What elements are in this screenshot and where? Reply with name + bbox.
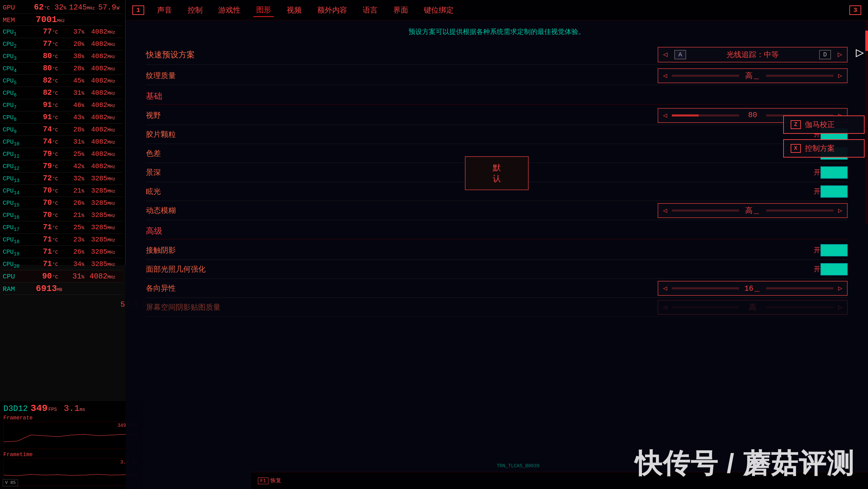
texture-arrow-left[interactable]: ◁	[658, 71, 672, 80]
texture-control: ◁ 高＿ ▷	[234, 68, 848, 83]
ssgiy-row: 面部光照几何强化 开	[146, 260, 848, 279]
cpu-13-row: CPU13 72 °C 32 % 3285 MHz	[3, 173, 122, 185]
texture-arrow-right[interactable]: ▷	[833, 71, 847, 80]
fov-value: 80	[739, 111, 766, 120]
ssgiy-label: 面部光照几何强化	[146, 264, 234, 274]
ram-val: 6913	[30, 283, 57, 295]
tab-video[interactable]: 视频	[284, 4, 304, 17]
cpu-rows-container: CPU1 77 °C 37 % 4082 MHz CPU2 77 °C 20 %…	[3, 26, 122, 270]
tab-language[interactable]: 语言	[360, 4, 380, 17]
cpu-9-row: CPU9 74 °C 28 % 4082 MHz	[3, 124, 122, 136]
gamma-button[interactable]: Z 伽马校正	[783, 115, 865, 134]
tab-interface[interactable]: 界面	[391, 4, 411, 17]
aniso-arrow-left[interactable]: ◁	[658, 284, 672, 292]
ssgiy-toggle[interactable]	[820, 263, 848, 275]
motion-blur-arrow-right[interactable]: ▷	[833, 206, 847, 215]
motion-blur-value: 高＿	[739, 205, 766, 216]
default-button[interactable]: 默认	[465, 156, 529, 190]
preset-value: 光线追踪：中等	[686, 50, 819, 60]
motion-blur-label: 动态模糊	[146, 205, 234, 216]
frametime-chart: 3.1 ms	[3, 458, 139, 486]
preset-key-d: D	[819, 50, 831, 59]
mem-unit: MHz	[57, 15, 65, 27]
fov-arrow-left[interactable]: ◁	[658, 111, 672, 120]
scrollbar-thumb[interactable]	[865, 31, 868, 51]
ram-label: RAM	[3, 283, 30, 295]
preset-label: 快速预设方案	[146, 49, 234, 60]
screen-space-label: 屏幕空间阴影贴图质量	[146, 302, 234, 312]
tab-gameplay[interactable]: 游戏性	[215, 4, 243, 17]
watermark: 快传号 / 蘑菇评测	[635, 446, 854, 482]
motion-blur-arrow-left[interactable]: ◁	[658, 206, 672, 215]
gpu-freq: 1245	[69, 2, 87, 14]
footer-f1-key: F1	[258, 477, 268, 484]
cpu-total-temp: 90	[30, 270, 52, 283]
tab-control[interactable]: 控制	[185, 4, 205, 17]
contact-shadow-row: 接触阴影 开	[146, 241, 848, 260]
cpu-total-freq: 4082	[87, 271, 107, 283]
gpu-watt: 57.9	[98, 2, 116, 14]
contact-shadow-toggle[interactable]	[820, 244, 848, 256]
cpu-total-pct: 31	[64, 271, 81, 283]
fov-label: 视野	[146, 110, 234, 121]
fps-value: 349	[31, 403, 48, 414]
cpu-6-row: CPU6 82 °C 31 % 4082 MHz	[3, 87, 122, 99]
gpu-pct-unit: %	[63, 2, 66, 14]
contact-shadow-label: 接触阴影	[146, 245, 234, 255]
preset-arrow-left[interactable]: ◁	[658, 50, 672, 59]
motion-blur-row: 动态模糊 ◁ 高＿ ▷	[146, 201, 848, 220]
fov-control: ◁ 80 ▷	[234, 108, 848, 123]
ticker-text: TRN_TLCA5_B0039	[497, 463, 540, 469]
lens-flare-state: 开	[814, 187, 820, 196]
bottom-panel: D3D12 349 FPS 3.1 ms Framerate 349 FPS F…	[0, 401, 143, 489]
tab-keybinding[interactable]: 键位绑定	[421, 4, 456, 17]
framerate-label: Framerate	[3, 415, 139, 421]
tab-graphics[interactable]: 图形	[253, 3, 274, 17]
aniso-slider[interactable]: ◁ 16＿ ▷	[658, 281, 848, 296]
right-buttons: Z 伽马校正 X 控制方案	[783, 115, 868, 158]
preset-selector[interactable]: ◁ A 光线追踪：中等 D ▷ ▷	[658, 47, 848, 62]
aniso-label: 各向异性	[146, 283, 234, 293]
tab-bar: 1 声音 控制 游戏性 图形 视频 额外内容 语言 界面 键位绑定 3	[126, 0, 868, 20]
screen-space-slider[interactable]: ◁ 高 ▷	[658, 300, 848, 315]
gamma-label: 伽马校正	[805, 120, 835, 130]
film-grain-label: 胶片颗粒	[146, 129, 234, 140]
cpu-14-row: CPU14 70 °C 21 % 3285 MHz	[3, 185, 122, 197]
fov-fill	[672, 114, 699, 116]
tab-key-left: 1	[132, 5, 144, 15]
control-key: X	[791, 144, 801, 153]
motion-blur-slider[interactable]: ◁ 高＿ ▷	[658, 203, 848, 218]
cpu-total-row: CPU 90 °C 31 % 4082 MHz	[3, 270, 122, 283]
d3d12-row: D3D12 349 FPS 3.1 ms	[3, 403, 139, 414]
film-grain-control: 开	[234, 128, 848, 141]
mem-label: MEM	[3, 14, 30, 26]
mem-val: 7001	[30, 14, 57, 26]
preset-row: 快速预设方案 ◁ A 光线追踪：中等 D ▷ ▷	[146, 44, 848, 65]
preset-arrow-right[interactable]: ▷	[833, 50, 847, 59]
texture-slider[interactable]: ◁ 高＿ ▷	[658, 68, 848, 83]
lens-flare-toggle[interactable]	[820, 185, 848, 198]
ssgiy-state: 开	[814, 265, 820, 274]
control-button[interactable]: X 控制方案	[783, 139, 865, 158]
preset-control-area: ◁ A 光线追踪：中等 D ▷ ▷	[234, 47, 848, 62]
mem-stat-row: MEM 7001 MHz	[3, 14, 122, 26]
fov-row: 视野 ◁ 80 ▷	[146, 106, 848, 125]
tab-sound[interactable]: 声音	[154, 4, 175, 17]
cpu-5-row: CPU5 82 °C 45 % 4082 MHz	[3, 75, 122, 87]
cpu-total-label: CPU	[3, 271, 30, 283]
tab-extra[interactable]: 额外内容	[315, 4, 350, 17]
fps-unit: FPS	[48, 407, 57, 412]
gamma-key: Z	[791, 120, 801, 129]
section-basic: 基础	[146, 85, 848, 105]
aniso-arrow-right[interactable]: ▷	[833, 284, 847, 292]
gpu-watt-unit: W	[116, 2, 122, 14]
cpu-10-row: CPU10 74 °C 31 % 4082 MHz	[3, 136, 122, 148]
gpu-temp: 62	[30, 1, 44, 14]
motion-blur-control: ◁ 高＿ ▷	[234, 203, 848, 218]
texture-value: 高＿	[739, 71, 766, 81]
screen-space-value: 高	[739, 302, 766, 312]
dof-toggle[interactable]	[820, 166, 848, 179]
cursor-indicator: ▷	[856, 44, 864, 61]
film-grain-row: 胶片颗粒 开	[146, 125, 848, 144]
cpu-11-row: CPU11 79 °C 25 % 4082 MHz	[3, 148, 122, 160]
